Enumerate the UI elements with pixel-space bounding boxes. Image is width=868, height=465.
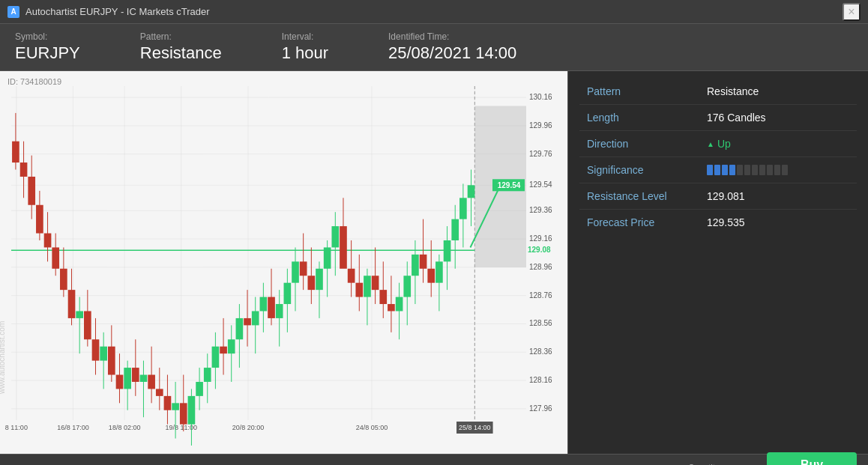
significance-row-label: Significance (587, 164, 707, 176)
length-row: Length 176 Candles (579, 105, 857, 131)
buy-panel: Quantity ▲ ▼ Lots Buy 129.332 ForexBroke… (688, 452, 857, 465)
direction-row-value: Up (707, 138, 731, 150)
close-button[interactable]: × (843, 3, 861, 21)
buy-label: Buy (779, 458, 845, 465)
identified-label: Identified Time: (388, 31, 516, 42)
symbol-label: Symbol: (15, 31, 80, 42)
sig-bar-1 (707, 165, 713, 175)
title-bar-text: Autochartist EURJPY - IC Markets cTrader (25, 6, 210, 17)
right-panel: Pattern Resistance Length 176 Candles Di… (568, 71, 868, 454)
symbol-section: Symbol: EURJPY (15, 31, 80, 63)
resistance-level-value: 129.081 (707, 190, 745, 202)
price-chart (0, 71, 567, 454)
sig-bar-3 (722, 165, 728, 175)
pattern-section: Pattern: Resistance (140, 31, 222, 63)
resistance-level-label: Resistance Level (587, 190, 707, 202)
chart-area: ID: 734180019 www.autochartist.com (0, 71, 568, 454)
title-bar-left: A Autochartist EURJPY - IC Markets cTrad… (7, 6, 210, 18)
chart-id: ID: 734180019 (7, 77, 61, 86)
pattern-value: Resistance (140, 43, 222, 62)
main-content: ID: 734180019 www.autochartist.com Patte… (0, 71, 868, 454)
header-bar: Symbol: EURJPY Pattern: Resistance Inter… (0, 24, 868, 71)
identified-time-section: Identified Time: 25/08/2021 14:00 (388, 31, 516, 63)
significance-row: Significance (579, 157, 857, 183)
length-row-label: Length (587, 112, 707, 124)
direction-row-label: Direction (587, 138, 707, 150)
identified-value: 25/08/2021 14:00 (388, 43, 516, 62)
buy-button[interactable]: Buy 129.332 ForexBrokers.com (767, 452, 857, 465)
info-table: Pattern Resistance Length 176 Candles Di… (568, 71, 868, 454)
forecast-price-row: Forecast Price 129.535 (579, 210, 857, 235)
sig-bar-7 (752, 165, 758, 175)
interval-label: Interval: (282, 31, 328, 42)
forecast-price-label: Forecast Price (587, 216, 707, 228)
sig-bar-2 (714, 165, 720, 175)
sig-bar-5 (737, 165, 743, 175)
quantity-section: Quantity ▲ ▼ Lots (688, 463, 759, 466)
interval-value: 1 hour (282, 43, 328, 62)
direction-row: Direction Up (579, 131, 857, 157)
pattern-row-label: Pattern (587, 85, 707, 97)
resistance-level-row: Resistance Level 129.081 (579, 183, 857, 210)
pattern-row: Pattern Resistance (579, 79, 857, 105)
pattern-row-value: Resistance (707, 85, 759, 97)
sig-bar-6 (744, 165, 750, 175)
interval-section: Interval: 1 hour (282, 31, 328, 63)
quantity-label: Quantity (688, 463, 759, 466)
title-bar: A Autochartist EURJPY - IC Markets cTrad… (0, 0, 868, 24)
sig-bar-4 (729, 165, 735, 175)
sig-bar-11 (782, 165, 788, 175)
significance-bars (707, 165, 788, 175)
sig-bar-8 (759, 165, 765, 175)
sig-bar-9 (767, 165, 773, 175)
length-row-value: 176 Candles (707, 112, 766, 124)
forecast-price-value: 129.535 (707, 216, 745, 228)
app-icon: A (7, 6, 19, 18)
pattern-label: Pattern: (140, 31, 222, 42)
sig-bar-10 (774, 165, 780, 175)
bottom-bar: Open Chart Source: Autochartist i Quanti… (0, 454, 868, 465)
chart-watermark: www.autochartist.com (0, 321, 6, 394)
symbol-value: EURJPY (15, 43, 80, 62)
